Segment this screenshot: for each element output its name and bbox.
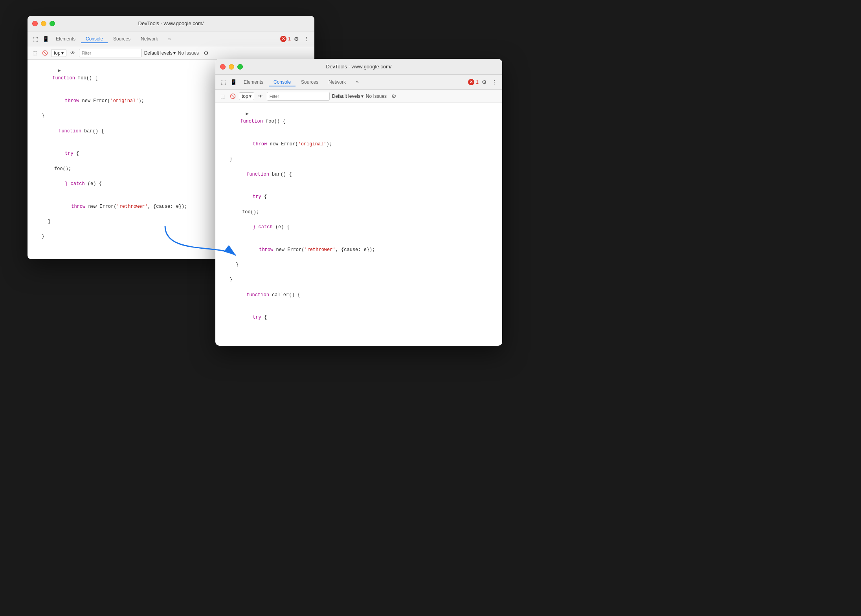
inspect-icon-back[interactable]: ⬚	[31, 34, 40, 44]
code-line-10-front	[215, 269, 502, 276]
tab-sources-back[interactable]: Sources	[108, 35, 135, 43]
minimize-button-back[interactable]	[41, 21, 46, 26]
clear-icon-back[interactable]: 🚫	[41, 49, 49, 57]
no-issues-back: No Issues	[178, 50, 199, 56]
code-line-4-front: function bar() {	[215, 163, 502, 186]
code-line-8-front: throw new Error('rethrower', {cause: e})…	[215, 238, 502, 261]
settings-console-icon-front[interactable]: ⚙	[389, 92, 398, 101]
settings-icon-back[interactable]: ⚙	[292, 34, 301, 44]
tab-more-back[interactable]: »	[163, 35, 176, 43]
traffic-lights-back	[32, 21, 55, 26]
code-line-3-front: }	[215, 156, 502, 163]
code-line-12-front: function caller() {	[215, 284, 502, 307]
tab-more-front[interactable]: »	[351, 78, 363, 86]
no-issues-front: No Issues	[366, 94, 387, 99]
console-content-front: ▶ function foo() { throw new Error('orig…	[215, 103, 502, 330]
tab-elements-back[interactable]: Elements	[51, 35, 80, 43]
top-label-back: top	[54, 50, 61, 56]
maximize-button-front[interactable]	[237, 64, 243, 70]
minimize-button-front[interactable]	[229, 64, 234, 70]
code-line-9-front: }	[215, 261, 502, 269]
levels-dropdown-back[interactable]: Default levels ▾	[144, 50, 176, 56]
tab-sources-front[interactable]: Sources	[296, 78, 323, 86]
code-line-14-front: bar();	[215, 329, 502, 330]
code-line-13-front: try {	[215, 306, 502, 329]
levels-dropdown-front[interactable]: Default levels ▾	[332, 94, 363, 99]
window-title-front: DevTools - www.google.com/	[326, 64, 392, 70]
traffic-lights-front	[220, 64, 243, 70]
close-button-front[interactable]	[220, 64, 226, 70]
code-line-1-front: ▶ function foo() {	[215, 103, 502, 133]
inspect-icon-front[interactable]: ⬚	[218, 77, 228, 87]
error-count-front: 1	[476, 79, 479, 85]
more-icon-back[interactable]: ⋮	[302, 34, 311, 44]
filter-input-back[interactable]	[79, 49, 142, 57]
devtools-window-front: DevTools - www.google.com/ ⬚ 📱 Elements …	[215, 59, 502, 346]
tab-bar-front: ⬚ 📱 Elements Console Sources Network » ✕…	[215, 75, 502, 90]
console-toolbar-back: ⬚ 🚫 top ▾ 👁 Default levels ▾ No Issues ⚙	[28, 46, 314, 60]
tab-console-back[interactable]: Console	[81, 35, 108, 43]
sidebar-icon-front[interactable]: ⬚	[218, 92, 226, 100]
settings-console-icon-back[interactable]: ⚙	[201, 48, 211, 58]
code-line-6-front: foo();	[215, 209, 502, 216]
code-line-5-front: try {	[215, 186, 502, 209]
filter-input-front[interactable]	[267, 92, 330, 101]
error-badge-front: ✕ 1	[468, 79, 479, 85]
top-label-front: top	[242, 94, 248, 99]
clear-icon-front[interactable]: 🚫	[229, 92, 237, 100]
top-arrow-front: ▾	[249, 94, 252, 99]
more-icon-front[interactable]: ⋮	[490, 77, 499, 87]
code-line-2-front: throw new Error('original');	[215, 133, 502, 156]
maximize-button-back[interactable]	[50, 21, 55, 26]
tab-bar-back: ⬚ 📱 Elements Console Sources Network » ✕…	[28, 31, 314, 46]
levels-label-front: Default levels	[332, 94, 360, 99]
title-bar-back: DevTools - www.google.com/	[28, 16, 314, 31]
error-circle-front: ✕	[468, 79, 474, 85]
device-icon-front[interactable]: 📱	[229, 77, 238, 87]
tab-network-front[interactable]: Network	[324, 78, 351, 86]
levels-label-back: Default levels	[144, 50, 173, 56]
window-title-back: DevTools - www.google.com/	[138, 20, 204, 26]
sidebar-icon-back[interactable]: ⬚	[31, 49, 39, 57]
console-toolbar-front: ⬚ 🚫 top ▾ 👁 Default levels ▾ No Issues ⚙	[215, 90, 502, 103]
code-line-7-front: } catch (e) {	[215, 216, 502, 239]
top-dropdown-back[interactable]: top ▾	[51, 49, 66, 57]
code-line-11-front: }	[215, 276, 502, 284]
error-circle-back: ✕	[280, 36, 286, 42]
eye-icon-back[interactable]: 👁	[69, 49, 77, 57]
tab-console-front[interactable]: Console	[269, 78, 296, 86]
top-arrow-back: ▾	[61, 50, 64, 56]
settings-icon-front[interactable]: ⚙	[479, 77, 489, 87]
error-count-back: 1	[288, 36, 291, 42]
eye-icon-front[interactable]: 👁	[257, 92, 264, 100]
error-badge-back: ✕ 1	[280, 36, 291, 42]
top-dropdown-front[interactable]: top ▾	[239, 92, 254, 100]
title-bar-front: DevTools - www.google.com/	[215, 59, 502, 75]
device-icon-back[interactable]: 📱	[41, 34, 50, 44]
tab-elements-front[interactable]: Elements	[239, 78, 268, 86]
close-button-back[interactable]	[32, 21, 38, 26]
tab-network-back[interactable]: Network	[136, 35, 163, 43]
